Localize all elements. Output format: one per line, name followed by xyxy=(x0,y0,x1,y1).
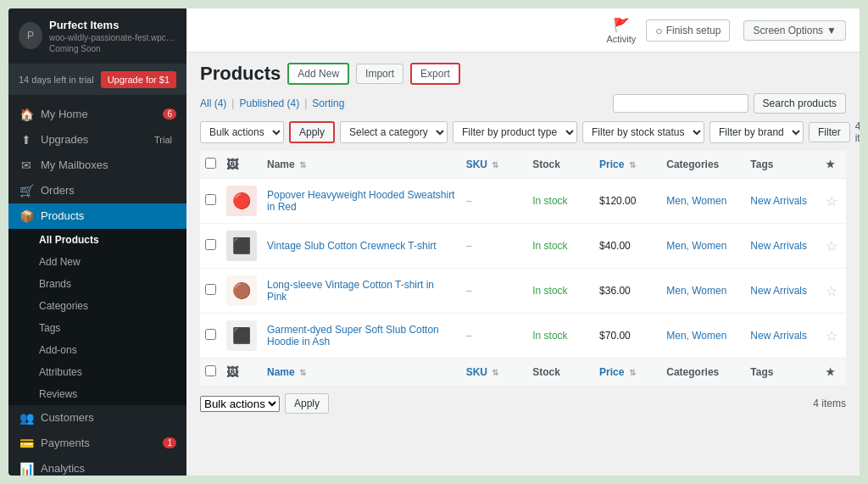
search-input[interactable] xyxy=(613,94,748,113)
sidebar-item-orders[interactable]: 🛒 Orders xyxy=(8,178,186,203)
category-link-3[interactable]: Men, Women xyxy=(666,285,726,297)
tag-link-1[interactable]: New Arrivals xyxy=(750,195,807,207)
import-button[interactable]: Import xyxy=(356,64,403,84)
price-value-4: $70.00 xyxy=(599,330,631,342)
export-button[interactable]: Export xyxy=(410,63,460,85)
submenu-brands[interactable]: Brands xyxy=(8,273,186,295)
submenu-add-new[interactable]: Add New xyxy=(8,251,186,273)
row-select-3[interactable] xyxy=(205,284,216,295)
activity-label: Activity xyxy=(606,34,636,44)
featured-star-4[interactable]: ☆ xyxy=(826,329,837,343)
row-checkbox-4 xyxy=(200,314,221,359)
row-featured-4: ☆ xyxy=(821,314,846,359)
brand-filter-select[interactable]: Filter by brand xyxy=(709,121,804,143)
sidebar-item-customers[interactable]: 👥 Customers xyxy=(8,405,186,431)
sidebar-nav: 🏠 My Home 6 ⬆ Upgrades Trial ✉ My Mailbo… xyxy=(8,95,186,476)
price-value-2: $40.00 xyxy=(599,240,631,252)
table-header: 🖼 Name ⇅ SKU ⇅ Stock xyxy=(200,151,846,179)
product-link-1[interactable]: Popover Heavyweight Hooded Sweatshirt in… xyxy=(267,189,454,213)
submenu-addons[interactable]: Add-ons xyxy=(8,339,186,361)
row-featured-3: ☆ xyxy=(821,269,846,314)
sidebar-item-label: Analytics xyxy=(41,462,85,475)
published-filter-link[interactable]: Published (4) xyxy=(239,97,299,109)
sidebar-item-label: Products xyxy=(41,209,84,222)
th-name[interactable]: Name ⇅ xyxy=(262,151,461,179)
product-link-3[interactable]: Long-sleeve Vintage Cotton T-shirt in Pi… xyxy=(267,279,434,303)
select-all-checkbox[interactable] xyxy=(205,158,216,169)
product-thumbnail-3: 🟤 xyxy=(226,275,257,306)
sidebar-item-label: Payments xyxy=(41,437,90,449)
sku-sort-icon: ⇅ xyxy=(492,160,498,170)
site-status: Coming Soon xyxy=(49,44,176,53)
stock-status-filter-select[interactable]: Filter by stock status xyxy=(582,121,704,143)
row-select-2[interactable] xyxy=(205,239,216,250)
row-price-4: $70.00 xyxy=(594,314,661,359)
name-footer-sort-icon: ⇅ xyxy=(299,368,306,377)
search-products-button[interactable]: Search products xyxy=(754,93,846,114)
category-link-1[interactable]: Men, Women xyxy=(666,195,726,207)
image-column-icon: 🖼 xyxy=(226,158,238,171)
star-header-icon: ★ xyxy=(826,159,835,170)
finish-setup-label: Finish setup xyxy=(666,25,721,36)
product-link-2[interactable]: Vintage Slub Cotton Crewneck T-shirt xyxy=(267,240,437,252)
tfoot-price[interactable]: Price ⇅ xyxy=(594,359,661,387)
upgrade-button[interactable]: Upgrade for $1 xyxy=(101,71,176,88)
trial-banner: 14 days left in trial Upgrade for $1 xyxy=(8,64,186,95)
chevron-down-icon: ▼ xyxy=(826,25,837,36)
category-link-4[interactable]: Men, Women xyxy=(666,330,726,342)
sidebar-item-payments[interactable]: 💳 Payments 1 xyxy=(8,431,186,456)
screen-options-button[interactable]: Screen Options ▼ xyxy=(743,20,846,41)
th-sku[interactable]: SKU ⇅ xyxy=(461,151,528,179)
sidebar-item-products[interactable]: 📦 Products xyxy=(8,203,186,229)
tag-link-4[interactable]: New Arrivals xyxy=(750,330,807,342)
sidebar-item-my-home[interactable]: 🏠 My Home 6 xyxy=(8,102,186,127)
featured-star-3[interactable]: ☆ xyxy=(826,284,837,298)
bottom-bulk-actions-select[interactable]: Bulk actions xyxy=(200,396,280,412)
upgrades-icon: ⬆ xyxy=(19,133,34,147)
th-tags: Tags xyxy=(745,151,821,179)
mail-icon: ✉ xyxy=(19,159,34,172)
row-checkbox-2 xyxy=(200,224,221,269)
submenu-tags[interactable]: Tags xyxy=(8,317,186,339)
filter-button[interactable]: Filter xyxy=(809,122,850,142)
tag-link-3[interactable]: New Arrivals xyxy=(750,285,807,297)
bottom-apply-button[interactable]: Apply xyxy=(285,393,329,414)
site-url: woo-wildly-passionate-fest.wpcom... xyxy=(49,33,176,42)
product-link-4[interactable]: Garment-dyed Super Soft Slub Cotton Hood… xyxy=(267,324,439,348)
sidebar: P Purfect Items woo-wildly-passionate-fe… xyxy=(8,8,186,476)
all-filter-link[interactable]: All (4) xyxy=(200,97,226,109)
th-checkbox xyxy=(200,151,221,179)
th-price[interactable]: Price ⇅ xyxy=(594,151,661,179)
finish-setup-button[interactable]: ○ Finish setup xyxy=(646,19,730,42)
row-name-1: Popover Heavyweight Hooded Sweatshirt in… xyxy=(262,179,461,224)
submenu-categories[interactable]: Categories xyxy=(8,295,186,317)
row-featured-2: ☆ xyxy=(821,224,846,269)
sidebar-item-upgrades[interactable]: ⬆ Upgrades Trial xyxy=(8,127,186,153)
submenu-all-products[interactable]: All Products xyxy=(8,229,186,251)
bulk-actions-select[interactable]: Bulk actions xyxy=(200,121,284,143)
product-type-filter-select[interactable]: Filter by product type xyxy=(453,121,577,143)
name-sort-icon: ⇅ xyxy=(299,160,306,170)
submenu-attributes[interactable]: Attributes xyxy=(8,361,186,383)
featured-star-2[interactable]: ☆ xyxy=(826,239,837,253)
items-count: 4 items xyxy=(855,120,860,144)
category-link-2[interactable]: Men, Women xyxy=(666,240,726,252)
select-all-footer-checkbox[interactable] xyxy=(205,365,216,376)
price-value-3: $36.00 xyxy=(599,285,631,297)
tag-link-2[interactable]: New Arrivals xyxy=(750,240,807,252)
row-select-4[interactable] xyxy=(205,329,216,340)
submenu-reviews[interactable]: Reviews xyxy=(8,383,186,405)
activity-button[interactable]: 🚩 Activity xyxy=(606,17,636,44)
category-filter-select[interactable]: Select a category xyxy=(340,121,448,143)
row-select-1[interactable] xyxy=(205,194,216,205)
tfoot-name[interactable]: Name ⇅ xyxy=(262,359,461,387)
sidebar-item-label: Customers xyxy=(41,411,94,424)
sorting-filter-link[interactable]: Sorting xyxy=(312,97,344,109)
sidebar-item-mailboxes[interactable]: ✉ My Mailboxes xyxy=(8,153,186,178)
apply-button[interactable]: Apply xyxy=(289,121,335,143)
sidebar-item-analytics[interactable]: 📊 Analytics xyxy=(8,456,186,476)
featured-star-1[interactable]: ☆ xyxy=(826,194,837,209)
tfoot-sku[interactable]: SKU ⇅ xyxy=(461,359,528,387)
add-new-button[interactable]: Add New xyxy=(287,63,349,85)
price-value-1: $120.00 xyxy=(599,195,636,207)
